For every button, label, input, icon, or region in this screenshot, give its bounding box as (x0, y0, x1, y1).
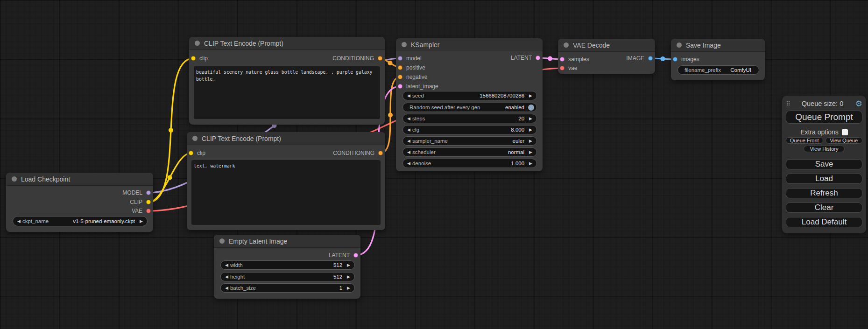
node-clip-text-encode-negative[interactable]: CLIP Text Encode (Prompt)clipCONDITIONIN… (187, 132, 385, 230)
node-title-bar[interactable]: CLIP Text Encode (Prompt) (187, 132, 385, 145)
output-slot-MODEL: MODEL (122, 189, 151, 197)
widget-steps[interactable]: ◀steps20▶ (402, 114, 537, 123)
queue-size-value: 0 (840, 100, 843, 107)
toggle-on-icon[interactable] (528, 105, 534, 111)
widget-label: denoise (412, 161, 431, 166)
output-slot-label: VAE (132, 208, 142, 214)
LATENT-output-port[interactable] (353, 253, 358, 258)
latent_image-input-port[interactable] (398, 84, 402, 89)
widget-random-seed-after-every-gen[interactable]: Random seed after every genenabled (402, 103, 537, 112)
negative-input-port[interactable] (398, 75, 402, 79)
clear-button[interactable]: Clear (786, 203, 862, 213)
input-slot-label: negative (406, 74, 427, 80)
node-graph-canvas[interactable]: Load CheckpointMODELCLIPVAE◀ckpt_namev1-… (0, 0, 868, 329)
increment-arrow-icon[interactable]: ▶ (527, 91, 536, 100)
increment-arrow-icon[interactable]: ▶ (345, 272, 354, 281)
widget-sampler-name[interactable]: ◀sampler_nameeuler▶ (402, 136, 537, 146)
node-title-bar[interactable]: KSampler (396, 38, 543, 51)
extra-options-checkbox[interactable] (842, 129, 848, 135)
collapse-dot-icon[interactable] (12, 176, 17, 182)
node-title-bar[interactable]: Save Image (671, 39, 765, 52)
decrement-arrow-icon[interactable]: ◀ (403, 114, 412, 123)
view-queue-button[interactable]: View Queue (826, 137, 863, 144)
output-slot-label: CLIP (130, 199, 142, 205)
decrement-arrow-icon[interactable]: ◀ (403, 125, 412, 134)
clip-input-port[interactable] (189, 151, 193, 155)
images-input-port[interactable] (673, 57, 677, 62)
node-save-image[interactable]: Save Imageimagesfilename_prefixComfyUI (671, 39, 765, 80)
widget-denoise[interactable]: ◀denoise1.000▶ (402, 159, 537, 168)
CLIP-output-port[interactable] (146, 200, 151, 204)
IMAGE-output-port[interactable] (648, 56, 653, 61)
node-title-bar[interactable]: Load Checkpoint (6, 173, 153, 186)
node-vae-decode[interactable]: VAE DecodesamplesvaeIMAGE (558, 39, 655, 74)
queue-front-button[interactable]: Queue Front (786, 137, 823, 144)
widget-value: 1 (256, 285, 345, 291)
prompt-textarea[interactable]: text, watermark (191, 160, 381, 225)
clip-input-port[interactable] (191, 56, 196, 61)
node-clip-text-encode-positive[interactable]: CLIP Text Encode (Prompt)clipCONDITIONIN… (189, 37, 385, 125)
LATENT-output-port[interactable] (536, 56, 540, 60)
output-slot-label: CONDITIONING (333, 150, 374, 156)
VAE-output-port[interactable] (146, 209, 151, 213)
widget-value: euler (448, 138, 527, 144)
widget-value: v1-5-pruned-emaonly.ckpt (49, 218, 138, 224)
collapse-dot-icon[interactable] (677, 42, 682, 48)
widget-height[interactable]: ◀height512▶ (220, 272, 355, 281)
collapse-dot-icon[interactable] (192, 136, 198, 141)
queue-prompt-button[interactable]: Queue Prompt (786, 111, 862, 124)
widget-filename-prefix[interactable]: filename_prefixComfyUI (677, 65, 759, 75)
node-ksampler[interactable]: KSamplermodelpositivenegativelatent_imag… (396, 38, 543, 171)
node-title-bar[interactable]: CLIP Text Encode (Prompt) (189, 37, 385, 50)
model-input-port[interactable] (398, 56, 402, 61)
node-load-checkpoint[interactable]: Load CheckpointMODELCLIPVAE◀ckpt_namev1-… (6, 173, 153, 232)
drag-handle-icon[interactable]: ⠿ (786, 100, 790, 107)
save-button[interactable]: Save (786, 159, 862, 169)
decrement-arrow-icon[interactable]: ◀ (221, 272, 230, 281)
widget-value: 156680208700286 (424, 93, 527, 98)
prompt-textarea[interactable]: beautiful scenery nature glass bottle la… (194, 66, 380, 119)
increment-arrow-icon[interactable]: ▶ (345, 283, 354, 293)
queue-panel-header: ⠿ Queue size: 0 ⚙ (786, 99, 862, 108)
widget-ckpt-name[interactable]: ◀ckpt_namev1-5-pruned-emaonly.ckpt▶ (13, 216, 148, 226)
widget-scheduler[interactable]: ◀schedulernormal▶ (402, 147, 537, 157)
samples-input-port[interactable] (560, 57, 565, 62)
decrement-arrow-icon[interactable]: ◀ (221, 260, 230, 270)
node-title-bar[interactable]: VAE Decode (558, 39, 655, 52)
decrement-arrow-icon[interactable]: ◀ (403, 91, 412, 100)
settings-gear-icon[interactable]: ⚙ (855, 100, 862, 108)
node-empty-latent-image[interactable]: Empty Latent ImageLATENT◀width512▶◀heigh… (214, 235, 360, 299)
increment-arrow-icon[interactable]: ▶ (138, 217, 147, 226)
positive-input-port[interactable] (398, 65, 402, 70)
refresh-button[interactable]: Refresh (786, 188, 862, 198)
vae-input-port[interactable] (560, 66, 565, 70)
collapse-dot-icon[interactable] (564, 42, 569, 48)
widget-width[interactable]: ◀width512▶ (220, 260, 355, 270)
CONDITIONING-output-port[interactable] (378, 151, 383, 155)
input-slot-vae: vae (560, 64, 577, 72)
view-history-button[interactable]: View History (804, 146, 845, 152)
widget-seed[interactable]: ◀seed156680208700286▶ (402, 91, 537, 100)
MODEL-output-port[interactable] (146, 190, 151, 195)
increment-arrow-icon[interactable]: ▶ (527, 114, 536, 123)
decrement-arrow-icon[interactable]: ◀ (403, 136, 412, 146)
CONDITIONING-output-port[interactable] (378, 56, 382, 61)
increment-arrow-icon[interactable]: ▶ (527, 147, 536, 157)
decrement-arrow-icon[interactable]: ◀ (13, 217, 22, 226)
widget-batch-size[interactable]: ◀batch_size1▶ (220, 283, 355, 293)
collapse-dot-icon[interactable] (219, 238, 225, 244)
output-slot-CLIP: CLIP (130, 198, 151, 206)
load-default-button[interactable]: Load Default (786, 217, 862, 227)
increment-arrow-icon[interactable]: ▶ (345, 260, 354, 270)
collapse-dot-icon[interactable] (402, 42, 407, 47)
decrement-arrow-icon[interactable]: ◀ (403, 159, 412, 168)
increment-arrow-icon[interactable]: ▶ (527, 159, 536, 168)
decrement-arrow-icon[interactable]: ◀ (221, 283, 230, 293)
load-button[interactable]: Load (786, 174, 862, 184)
collapse-dot-icon[interactable] (195, 41, 200, 46)
node-title-bar[interactable]: Empty Latent Image (214, 235, 360, 248)
decrement-arrow-icon[interactable]: ◀ (403, 147, 412, 157)
increment-arrow-icon[interactable]: ▶ (527, 125, 536, 134)
increment-arrow-icon[interactable]: ▶ (527, 136, 536, 146)
widget-cfg[interactable]: ◀cfg8.000▶ (402, 125, 537, 134)
